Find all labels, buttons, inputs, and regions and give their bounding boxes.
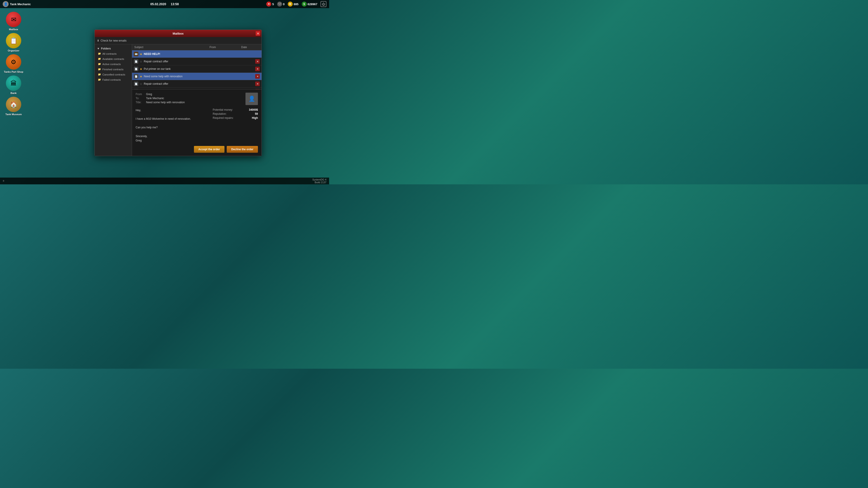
- email-row[interactable]: 📧 ★ NEED HELP!: [132, 51, 261, 58]
- stat-money-label: Potential money:: [213, 108, 233, 111]
- email-delete-button[interactable]: ✕: [255, 67, 260, 71]
- system-info-text: SystemDG 4Build 2137: [312, 178, 327, 184]
- stat-repairs-row: Required repairs: High: [213, 116, 258, 120]
- email-row[interactable]: 📄 ★ Need some help with renovation ✕: [132, 73, 261, 80]
- star-icon-1[interactable]: ★: [140, 53, 143, 56]
- stat-coins: ⚙ 885: [288, 2, 299, 6]
- star-icon-2[interactable]: ☆: [140, 60, 143, 63]
- email-detail: From Greg To: Tank Mechanic Title: Need …: [132, 89, 261, 156]
- email-subject-2: Repair contract offer: [144, 60, 254, 63]
- email-row[interactable]: 📄 ☆ Need some help with renovation ✕: [132, 88, 261, 89]
- star-icon-3[interactable]: ★: [140, 67, 143, 71]
- email-body-area: Hey, I have a M10 Wolverine in need of r…: [135, 108, 258, 143]
- modal-toolbar: ⬇ Check for new emails: [95, 37, 261, 44]
- stat-alerts: ✕ 5: [266, 2, 274, 6]
- email-list-header: Subject From Date: [132, 44, 261, 51]
- email-subject-4: Need some help with renovation: [144, 75, 254, 78]
- dots-icon: ⠿: [3, 180, 5, 182]
- to-value: Tank Mechanic: [146, 97, 164, 100]
- email-detail-header: From Greg To: Tank Mechanic Title: Need …: [135, 93, 258, 105]
- folder-icon-finished: 📁: [98, 68, 101, 71]
- topbar-center: 05.02.2020 13:58: [150, 2, 179, 6]
- folder-icon-all: 📁: [98, 52, 101, 55]
- email-type-icon: 📄: [134, 82, 138, 86]
- email-pane: Subject From Date 📧 ★ NEED HELP! 📄 ☆: [132, 44, 261, 156]
- avatar: 👤: [3, 1, 8, 7]
- stat-money-value: 34000$: [249, 108, 258, 111]
- stat-money-row: Potential money: 34000$: [213, 108, 258, 111]
- folder-all-contracts[interactable]: 📁 All contracts: [95, 51, 132, 56]
- check-emails-button[interactable]: ⬇ Check for new emails: [97, 39, 127, 42]
- profile-name: Tank Mechanic: [10, 2, 31, 6]
- modal-overlay: Mailbox ✕ ⬇ Check for new emails ▼ Folde…: [0, 8, 329, 177]
- email-delete-button[interactable]: ✕: [255, 82, 260, 86]
- email-delete-button[interactable]: ✕: [255, 74, 260, 78]
- modal-body: ▼ Folders 📁 All contracts 📁 Available co…: [95, 44, 261, 156]
- modal-close-button[interactable]: ✕: [256, 31, 260, 36]
- star-icon-5[interactable]: ☆: [140, 82, 143, 86]
- email-meta-from: From Greg: [135, 93, 185, 96]
- folder-cancelled-contracts[interactable]: 📁 Cancelled contracts: [95, 72, 132, 77]
- email-stats: Potential money: 34000$ Reputation: 59 R…: [213, 108, 258, 143]
- email-type-icon: 📄: [134, 74, 138, 78]
- stat-shield: 🛡 0: [277, 2, 285, 6]
- email-row[interactable]: 📄 ☆ Repair contract offer ✕: [132, 58, 261, 65]
- alert-value: 5: [272, 2, 274, 6]
- folder-icon-failed: 📁: [98, 78, 101, 81]
- body-sign: Sincerely,: [135, 134, 209, 138]
- col-from-header: From: [210, 46, 241, 49]
- folder-active-contracts[interactable]: 📁 Active contracts: [95, 61, 132, 67]
- folder-label-failed-contracts: Failed contracts: [102, 78, 121, 81]
- folder-label-active-contracts: Active contracts: [102, 63, 121, 66]
- alert-icon: ✕: [266, 2, 271, 6]
- folder-label-all-contracts: All contracts: [102, 53, 117, 55]
- email-delete-button[interactable]: ✕: [255, 89, 260, 89]
- money-icon: $: [302, 2, 307, 6]
- email-delete-button[interactable]: ✕: [255, 59, 260, 64]
- email-row[interactable]: 📄 ★ Put primer on our tank ✕: [132, 65, 261, 73]
- folders-header[interactable]: ▼ Folders: [95, 46, 132, 51]
- from-label: From: [135, 93, 145, 96]
- email-type-icon: 📄: [134, 89, 138, 89]
- folder-label-available-contracts: Available contracts: [102, 58, 124, 60]
- shield-icon: 🛡: [277, 2, 282, 6]
- coins-icon: ⚙: [288, 2, 293, 6]
- folders-header-label: Folders: [101, 47, 111, 50]
- col-subject-header: Subject: [134, 46, 210, 49]
- email-row[interactable]: 📄 ☆ Repair contract offer ✕: [132, 80, 261, 88]
- power-button[interactable]: ⏻: [320, 1, 327, 7]
- accept-order-button[interactable]: Accept the order: [194, 146, 224, 153]
- email-meta: From Greg To: Tank Mechanic Title: Need …: [135, 93, 185, 105]
- topbar-date: 05.02.2020: [150, 2, 166, 6]
- stat-repairs-label: Required repairs:: [213, 116, 234, 120]
- bottombar: ⠿ SystemDG 4Build 2137: [0, 177, 329, 184]
- folder-available-contracts[interactable]: 📁 Available contracts: [95, 56, 132, 61]
- stat-rep-value: 59: [255, 112, 258, 116]
- folder-failed-contracts[interactable]: 📁 Failed contracts: [95, 77, 132, 82]
- topbar-stats: ✕ 5 🛡 0 ⚙ 885 $ 628967 ⏻: [266, 1, 327, 7]
- stat-money: $ 628967: [302, 2, 317, 6]
- sender-avatar: 👤: [246, 93, 258, 105]
- folder-finished-contracts[interactable]: 📁 Finished contracts: [95, 67, 132, 72]
- body-greeting: Hey,: [135, 108, 209, 112]
- profile-section: 👤 Tank Mechanic: [3, 1, 31, 7]
- email-type-icon: 📄: [134, 59, 138, 64]
- modal-titlebar: Mailbox ✕: [95, 30, 261, 37]
- email-subject-5: Repair contract offer: [144, 82, 254, 86]
- title-value: Need some help with renovation: [146, 101, 185, 104]
- email-meta-title: Title: Need some help with renovation: [135, 101, 185, 104]
- system-info: SystemDG 4Build 2137: [312, 178, 327, 184]
- folder-pane: ▼ Folders 📁 All contracts 📁 Available co…: [95, 44, 132, 156]
- to-label: To:: [135, 97, 145, 100]
- modal-title: Mailbox: [173, 32, 184, 35]
- topbar: 👤 Tank Mechanic 05.02.2020 13:58 ✕ 5 🛡 0…: [0, 0, 329, 8]
- money-value: 628967: [308, 2, 317, 6]
- decline-order-button[interactable]: Decline the order: [227, 146, 258, 153]
- folder-icon-active: 📁: [98, 63, 101, 66]
- email-subject-3: Put primer on our tank: [144, 67, 254, 70]
- coins-value: 885: [293, 2, 299, 6]
- title-label: Title:: [135, 101, 145, 104]
- star-icon-4[interactable]: ★: [140, 75, 143, 78]
- email-actions: Accept the order Decline the order: [135, 146, 258, 153]
- stat-repairs-value: High: [252, 116, 258, 120]
